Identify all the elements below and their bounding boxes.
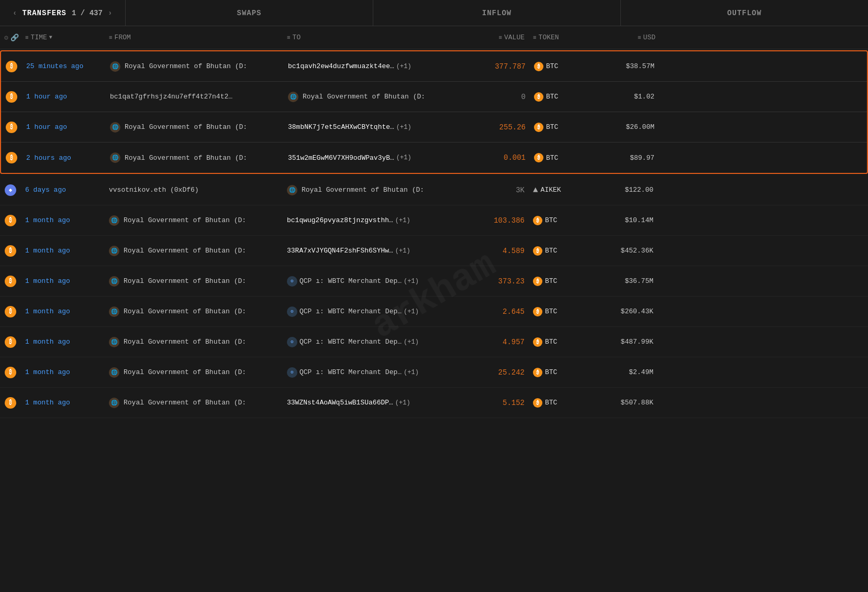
highlighted-group: ₿ 25 minutes ago 🌐 Royal Government of B…	[0, 50, 868, 174]
to-plus-badge: (+1)	[395, 399, 410, 407]
col-header-value[interactable]: ≡ VALUE	[461, 34, 529, 41]
table-row[interactable]: ₿ 1 month ago 🌐 Royal Government of Bhut…	[0, 327, 868, 357]
btc-token-icon: ₿	[533, 277, 542, 286]
table-row[interactable]: ₿ 25 minutes ago 🌐 Royal Government of B…	[1, 51, 867, 82]
nav-swaps[interactable]: SWAPS	[126, 0, 373, 26]
btc-token-icon: ₿	[534, 153, 543, 162]
col-header-token[interactable]: ≡ TOKEN	[529, 34, 597, 41]
coin-icon-cell: ₿	[1, 152, 22, 163]
table-row[interactable]: ◆ 6 days ago vvsotnikov.eth (0xDf6) 🌐 Ro…	[0, 175, 868, 205]
btc-icon: ₿	[6, 91, 17, 103]
btc-token-icon: ₿	[533, 368, 542, 377]
usd-cell: $10.14M	[597, 216, 660, 224]
filter-usd-icon: ≡	[638, 35, 641, 41]
eth-icon: ◆	[5, 184, 16, 196]
nav-prev-arrow[interactable]: ‹	[13, 9, 17, 17]
table-row[interactable]: ₿ 1 hour ago 🌐 Royal Government of Bhuta…	[1, 112, 867, 142]
qcp-icon: ⚙	[287, 337, 297, 347]
value-cell: 0.001	[462, 154, 530, 162]
to-text: 33RA7xVJYGQN4F2shFSh6SYHw…	[287, 247, 393, 255]
table-row[interactable]: ₿ 1 month ago 🌐 Royal Government of Bhut…	[0, 205, 868, 236]
to-plus-badge: (+1)	[404, 278, 419, 285]
table-row[interactable]: ₿ 1 month ago 🌐 Royal Government of Bhut…	[0, 236, 868, 266]
token-label: BTC	[546, 62, 558, 70]
usd-cell: $38.57M	[598, 62, 661, 70]
token-label: BTC	[545, 277, 557, 285]
value-cell: 25.242	[461, 368, 529, 377]
btc-icon: ₿	[6, 152, 17, 163]
value-cell: 255.26	[462, 123, 530, 131]
col-header-to[interactable]: ≡ TO	[283, 34, 461, 41]
coin-icon-cell: ₿	[0, 306, 21, 317]
page-info: 1 / 437	[72, 9, 103, 17]
link-icon: 🔗	[10, 34, 19, 42]
from-cell: 🌐 Royal Government of Bhutan (D:	[105, 246, 283, 256]
table-row[interactable]: ₿ 2 hours ago 🌐 Royal Government of Bhut…	[1, 142, 867, 173]
time-cell: 1 hour ago	[22, 123, 106, 131]
to-cell: ⚙ QCP ı: WBTC Merchant Dep… (+1)	[283, 367, 461, 378]
to-cell: ⚙ QCP ı: WBTC Merchant Dep… (+1)	[283, 337, 461, 347]
value-cell: 3K	[461, 186, 529, 194]
nav-transfers[interactable]: ‹ TRANSFERS 1 / 437 ›	[0, 0, 126, 26]
to-text: QCP ı: WBTC Merchant Dep…	[299, 338, 402, 346]
entity-globe-icon: 🌐	[109, 276, 119, 287]
nav-inflow[interactable]: INFLOW	[373, 0, 621, 26]
table-row[interactable]: ₿ 1 month ago 🌐 Royal Government of Bhut…	[0, 388, 868, 418]
time-cell: 1 month ago	[21, 247, 105, 255]
to-text: QCP ı: WBTC Merchant Dep…	[299, 308, 402, 315]
coin-icon-cell: ₿	[0, 215, 21, 226]
to-text: QCP ı: WBTC Merchant Dep…	[299, 368, 402, 376]
to-plus-badge: (+1)	[396, 124, 411, 131]
from-text: Royal Government of Bhutan (D:	[124, 399, 246, 407]
value-cell: 0	[462, 93, 530, 101]
btc-token-icon: ₿	[533, 216, 542, 225]
token-label: BTC	[545, 247, 557, 255]
btc-token-icon: ₿	[533, 398, 542, 408]
from-cell: 🌐 Royal Government of Bhutan (D:	[105, 306, 283, 317]
to-plus-badge: (+1)	[404, 369, 419, 376]
btc-icon: ₿	[5, 306, 16, 317]
qcp-icon: ⚙	[287, 306, 297, 317]
table-row[interactable]: ₿ 1 month ago 🌐 Royal Government of Bhut…	[0, 357, 868, 388]
aikek-icon: ▲	[533, 185, 538, 195]
usd-cell: $452.36K	[597, 247, 660, 255]
from-text: Royal Government of Bhutan (D:	[125, 123, 247, 131]
entity-globe-icon: 🌐	[109, 367, 119, 378]
to-text: 38mbNK7j7et5cAHXwCBYtqhte…	[288, 123, 394, 131]
filter-value-icon: ≡	[498, 35, 502, 41]
col-header-usd[interactable]: ≡ USD	[597, 34, 660, 41]
token-cell: ₿ BTC	[530, 92, 598, 102]
token-cell: ₿ BTC	[529, 307, 597, 316]
token-cell: ₿ BTC	[529, 216, 597, 225]
nav-next-arrow[interactable]: ›	[108, 9, 112, 17]
usd-cell: $507.88K	[597, 399, 660, 407]
time-cell: 1 month ago	[21, 216, 105, 224]
token-cell: ₿ BTC	[529, 277, 597, 286]
from-text: Royal Government of Bhutan (D:	[125, 62, 247, 70]
time-cell: 1 month ago	[21, 399, 105, 407]
to-cell: 🌐 Royal Government of Bhutan (D:	[283, 185, 461, 195]
column-headers: ⚙ 🔗 ≡ TIME ▼ ≡ FROM ≡ TO ≡ VALUE ≡ TOKEN…	[0, 26, 868, 49]
coin-icon-cell: ₿	[0, 276, 21, 287]
table-row[interactable]: ₿ 1 month ago 🌐 Royal Government of Bhut…	[0, 266, 868, 297]
entity-globe-icon: 🌐	[110, 61, 120, 72]
token-label: BTC	[545, 368, 557, 376]
from-text: vvsotnikov.eth (0xDf6)	[109, 186, 199, 194]
col-header-from[interactable]: ≡ FROM	[105, 34, 283, 41]
to-cell: ⚙ QCP ı: WBTC Merchant Dep… (+1)	[283, 306, 461, 317]
from-text: Royal Government of Bhutan (D:	[124, 247, 246, 255]
entity-globe-icon: 🌐	[109, 398, 119, 408]
time-cell: 1 month ago	[21, 308, 105, 315]
to-text: Royal Government of Bhutan (D:	[303, 93, 425, 101]
transfers-label: TRANSFERS	[22, 9, 66, 17]
from-text: Royal Government of Bhutan (D:	[124, 216, 246, 224]
usd-cell: $487.99K	[597, 338, 660, 346]
token-cell: ₿ BTC	[529, 246, 597, 256]
table-row[interactable]: ₿ 1 hour ago bc1qat7gfrhsjz4nu7eff4t27n4…	[1, 82, 867, 112]
from-text: Royal Government of Bhutan (D:	[125, 154, 247, 162]
col-header-time[interactable]: ≡ TIME ▼	[21, 34, 105, 41]
table-row[interactable]: ₿ 1 month ago 🌐 Royal Government of Bhut…	[0, 297, 868, 327]
from-cell: 🌐 Royal Government of Bhutan (D:	[106, 122, 284, 133]
to-cell: bc1qavh2ew4duzfwmuazkt4ee… (+1)	[284, 62, 462, 70]
nav-outflow[interactable]: OUTFLOW	[621, 0, 868, 26]
